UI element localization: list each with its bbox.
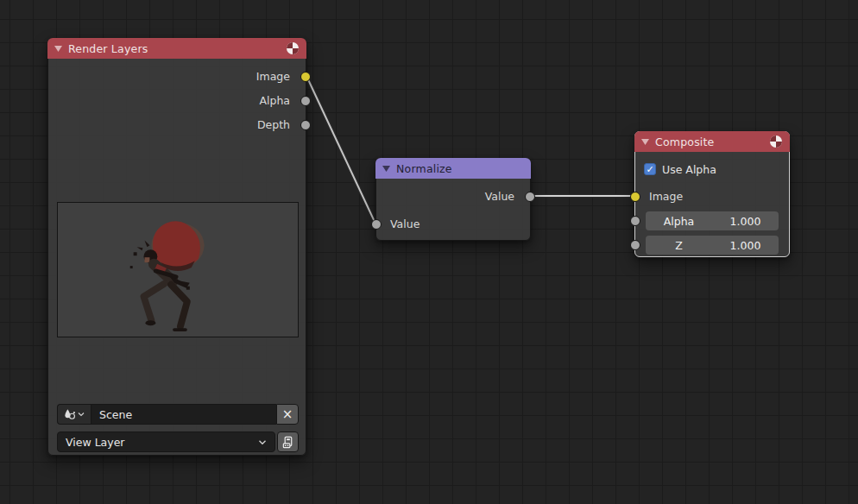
use-alpha-row: ✓ Use Alpha: [644, 159, 716, 180]
scene-icon: [64, 408, 76, 420]
node-title: Composite: [655, 135, 715, 148]
slider-label: Z: [646, 239, 712, 252]
collapse-triangle-icon[interactable]: [641, 139, 649, 145]
scene-unlink-button[interactable]: ×: [276, 404, 299, 425]
input-row-image: Image: [635, 185, 753, 209]
view-layer-selector: View Layer: [57, 432, 299, 452]
scene-name-field[interactable]: Scene: [91, 404, 276, 425]
material-sphere-icon: [286, 41, 300, 55]
node-render-layers[interactable]: Render Layers Image Alpha Depth: [47, 38, 306, 456]
use-alpha-checkbox[interactable]: ✓: [644, 163, 656, 175]
check-icon: ✓: [646, 165, 653, 174]
scene-selector: Scene ×: [57, 404, 299, 425]
output-row-image: Image: [169, 65, 306, 89]
output-row-alpha: Alpha: [169, 89, 306, 113]
collapse-triangle-icon[interactable]: [382, 166, 390, 172]
socket-label: Value: [485, 190, 514, 203]
view-layer-dropdown[interactable]: View Layer: [57, 432, 275, 452]
use-alpha-label: Use Alpha: [662, 163, 716, 176]
output-row-value: Value: [411, 185, 530, 209]
input-row-value: Value: [376, 212, 494, 236]
link-image-to-normalize: [306, 76, 375, 224]
node-composite[interactable]: Composite ✓ Use Alpha Image Alpha 1.000 …: [634, 131, 790, 257]
scene-browse-button[interactable]: [57, 404, 91, 425]
output-row-depth: Depth: [169, 113, 306, 137]
input-socket-image[interactable]: [630, 192, 640, 202]
render-preview-image: [57, 202, 299, 337]
z-value-slider[interactable]: Z 1.000: [646, 236, 779, 255]
normalize-header[interactable]: Normalize: [375, 158, 531, 179]
close-icon: ×: [282, 406, 293, 422]
output-socket-alpha[interactable]: [300, 96, 311, 106]
node-normalize[interactable]: Normalize Value Value: [375, 158, 531, 241]
input-socket-alpha[interactable]: [630, 216, 640, 226]
render-single-layer-button[interactable]: [277, 432, 299, 452]
render-layers-header[interactable]: Render Layers: [47, 38, 306, 59]
render-layer-icon: [281, 436, 294, 449]
node-editor-canvas[interactable]: Render Layers Image Alpha Depth: [0, 0, 858, 504]
preview-character-figure: [58, 203, 298, 337]
chevron-down-icon: [78, 412, 85, 417]
output-socket-value[interactable]: [525, 192, 535, 202]
input-socket-value[interactable]: [371, 219, 382, 230]
slider-label: Alpha: [646, 215, 712, 228]
node-title: Render Layers: [68, 42, 148, 55]
composite-header[interactable]: Composite: [634, 131, 790, 152]
input-socket-z[interactable]: [630, 240, 640, 250]
slider-value: 1.000: [712, 215, 779, 228]
material-sphere-icon: [769, 135, 783, 148]
node-title: Normalize: [396, 162, 452, 175]
socket-label: Depth: [257, 118, 290, 131]
socket-label: Image: [649, 190, 683, 203]
alpha-value-slider[interactable]: Alpha 1.000: [646, 211, 779, 230]
view-layer-value: View Layer: [66, 436, 125, 449]
scene-name: Scene: [99, 408, 132, 421]
output-socket-depth[interactable]: [300, 120, 311, 130]
socket-label: Alpha: [259, 94, 290, 107]
socket-label: Value: [390, 217, 420, 230]
output-socket-image[interactable]: [300, 72, 311, 82]
socket-label: Image: [256, 70, 290, 83]
chevron-down-icon: [258, 439, 267, 445]
slider-value: 1.000: [712, 239, 779, 252]
collapse-triangle-icon[interactable]: [54, 46, 62, 52]
